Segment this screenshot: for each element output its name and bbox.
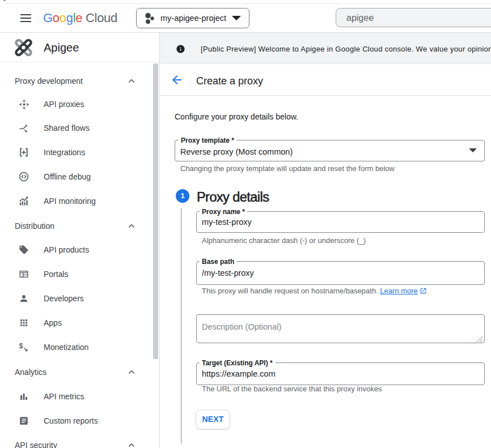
svg-text:$: $ <box>19 342 23 350</box>
